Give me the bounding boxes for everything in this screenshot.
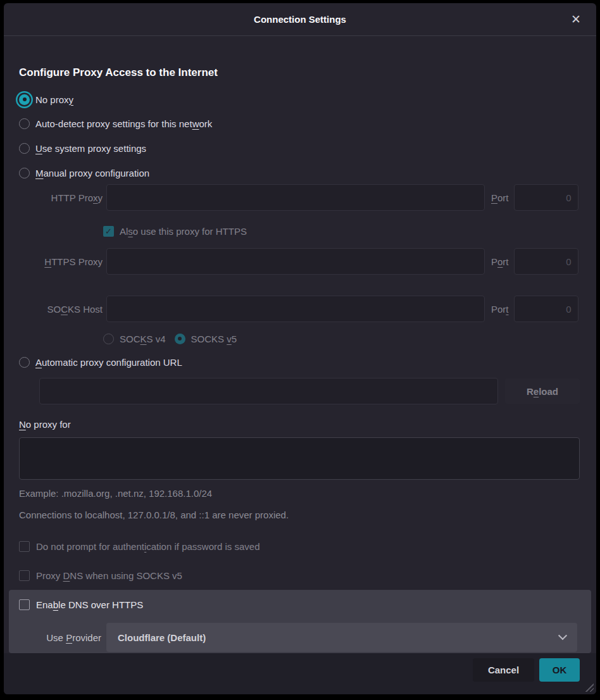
never-proxied-text: Connections to localhost, 127.0.0.1/8, a… — [19, 509, 289, 520]
use-provider-label: Use Provider — [19, 632, 101, 643]
auto-url-row: Reload — [39, 378, 580, 404]
radio-icon-auto-detect[interactable] — [19, 118, 30, 129]
socks-host-label: SOCKS Host — [19, 304, 103, 315]
chevron-down-icon — [558, 631, 567, 640]
socks-host-input[interactable] — [106, 296, 485, 322]
radio-label: Automatic proxy configuration URL — [35, 357, 182, 368]
radio-label: Use system proxy settings — [35, 143, 146, 154]
radio-label: Manual proxy configuration — [35, 168, 149, 178]
http-proxy-input[interactable] — [106, 184, 485, 211]
radio-icon-socks-v5[interactable] — [175, 334, 185, 344]
doh-provider-value: Cloudflare (Default) — [118, 632, 206, 643]
example-text: Example: .mozilla.org, .net.nz, 192.168.… — [19, 488, 212, 499]
radio-icon-auto-url[interactable] — [19, 357, 30, 368]
also-https-checkbox-row[interactable]: ✓ Also use this proxy for HTTPS — [103, 225, 247, 237]
http-port-label: Port — [491, 192, 509, 203]
cancel-button[interactable]: Cancel — [473, 658, 534, 682]
radio-label: Auto-detect proxy settings for this netw… — [35, 118, 212, 129]
socks-version-row: SOCKS v4 SOCKS v5 — [103, 332, 237, 346]
no-proxy-for-textarea[interactable] — [19, 437, 580, 480]
socks-host-row: SOCKS Host Port — [19, 296, 580, 322]
radio-manual-proxy[interactable]: Manual proxy configuration — [19, 166, 149, 180]
titlebar: Connection Settings ✕ — [4, 3, 596, 36]
connection-settings-dialog: Connection Settings ✕ Configure Proxy Ac… — [4, 3, 596, 694]
dialog-title: Connection Settings — [254, 14, 346, 25]
doh-provider-row: Use Provider Cloudflare (Default) — [19, 623, 591, 652]
no-prompt-auth-label: Do not prompt for authentication if pass… — [36, 541, 260, 552]
close-icon[interactable]: ✕ — [568, 12, 584, 27]
https-proxy-label: HTTPS Proxy — [19, 256, 103, 267]
radio-icon-socks-v4[interactable] — [103, 334, 114, 344]
radio-socks-v5[interactable]: SOCKS v5 — [175, 334, 237, 344]
radio-icon-system-proxy[interactable] — [19, 143, 30, 154]
enable-doh-checkbox-row[interactable]: Enable DNS over HTTPS — [19, 598, 143, 611]
radio-label: SOCKS v5 — [191, 334, 237, 344]
https-proxy-row: HTTPS Proxy Port — [19, 248, 580, 275]
ok-button[interactable]: OK — [539, 658, 580, 682]
socks-port-input[interactable] — [514, 296, 578, 322]
radio-icon-no-proxy[interactable] — [19, 94, 30, 105]
radio-icon-manual-proxy[interactable] — [19, 168, 30, 178]
also-https-label: Also use this proxy for HTTPS — [120, 226, 247, 237]
reload-button[interactable]: Reload — [505, 378, 580, 404]
dns-over-https-section: Enable DNS over HTTPS Use Provider Cloud… — [9, 590, 591, 653]
radio-system-proxy[interactable]: Use system proxy settings — [19, 141, 146, 155]
checkbox-icon-also-https[interactable]: ✓ — [103, 226, 114, 237]
dialog-footer: Cancel OK — [4, 653, 596, 694]
https-port-input[interactable] — [514, 248, 578, 275]
checkbox-icon-proxy-dns[interactable] — [19, 570, 30, 581]
checkbox-icon-enable-doh[interactable] — [19, 599, 30, 610]
radio-auto-url[interactable]: Automatic proxy configuration URL — [19, 355, 182, 369]
http-port-input[interactable] — [514, 184, 578, 211]
http-proxy-label: HTTP Proxy — [19, 192, 103, 203]
socks-port-label: Port — [491, 304, 509, 315]
radio-label: SOCKS v4 — [120, 334, 166, 344]
http-proxy-row: HTTP Proxy Port — [19, 184, 580, 211]
radio-auto-detect[interactable]: Auto-detect proxy settings for this netw… — [19, 116, 212, 130]
enable-doh-label: Enable DNS over HTTPS — [36, 599, 143, 610]
doh-provider-select[interactable]: Cloudflare (Default) — [106, 623, 577, 652]
radio-no-proxy[interactable]: No proxy — [19, 92, 73, 106]
proxy-dns-label: Proxy DNS when using SOCKS v5 — [36, 570, 182, 581]
https-proxy-input[interactable] — [106, 248, 485, 275]
radio-label: No proxy — [35, 94, 73, 105]
proxy-dns-checkbox-row[interactable]: Proxy DNS when using SOCKS v5 — [19, 569, 182, 582]
page-title: Configure Proxy Access to the Internet — [19, 66, 218, 79]
https-port-label: Port — [491, 256, 509, 267]
no-prompt-auth-checkbox-row[interactable]: Do not prompt for authentication if pass… — [19, 540, 260, 553]
auto-url-input[interactable] — [39, 378, 498, 404]
radio-socks-v4[interactable]: SOCKS v4 — [103, 334, 166, 344]
check-icon: ✓ — [105, 227, 112, 236]
resize-grip[interactable] — [584, 682, 594, 692]
no-proxy-for-label: No proxy for — [19, 419, 71, 430]
checkbox-icon-no-prompt-auth[interactable] — [19, 541, 30, 552]
